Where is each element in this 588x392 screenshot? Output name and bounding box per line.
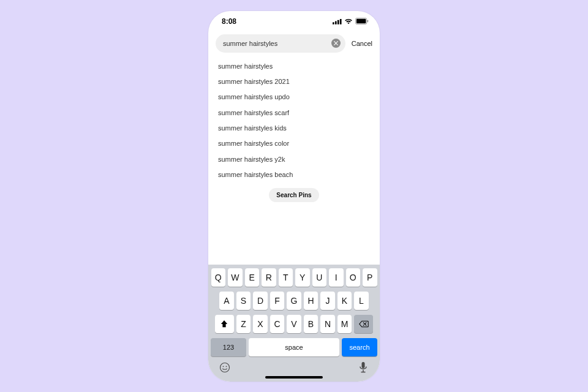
svg-rect-0 xyxy=(333,22,334,24)
backspace-key[interactable] xyxy=(354,315,373,333)
backspace-icon xyxy=(359,320,369,328)
key-j[interactable]: J xyxy=(320,292,335,310)
key-g[interactable]: G xyxy=(287,292,301,310)
suggestion-item[interactable]: summer hairstyles y2k xyxy=(208,152,380,167)
search-pill[interactable]: summer hairstyles xyxy=(216,34,345,53)
shift-key[interactable] xyxy=(215,315,234,333)
key-z[interactable]: Z xyxy=(236,315,251,333)
cancel-button[interactable]: Cancel xyxy=(352,40,372,47)
key-a[interactable]: A xyxy=(219,292,234,310)
close-icon xyxy=(334,41,338,45)
key-w[interactable]: W xyxy=(228,268,243,287)
search-action-key[interactable]: search xyxy=(342,338,377,356)
svg-rect-10 xyxy=(362,362,365,368)
key-m[interactable]: M xyxy=(337,315,352,333)
suggestion-list: summer hairstyles summer hairstyles 2021… xyxy=(208,58,380,202)
svg-point-8 xyxy=(223,366,224,367)
numbers-key[interactable]: 123 xyxy=(211,338,246,356)
svg-rect-6 xyxy=(368,20,368,23)
svg-rect-5 xyxy=(356,19,366,23)
suggestion-item[interactable]: summer hairstyles xyxy=(208,59,380,74)
keyboard-row-bottom: 123 space search xyxy=(210,338,378,356)
keyboard-row-3: Z X C V B N M xyxy=(210,315,378,333)
status-time: 8:08 xyxy=(222,17,236,26)
svg-point-9 xyxy=(226,366,227,367)
dictation-button[interactable] xyxy=(357,361,369,374)
key-k[interactable]: K xyxy=(337,292,352,310)
key-t[interactable]: T xyxy=(279,268,293,287)
svg-rect-2 xyxy=(337,20,339,24)
key-q[interactable]: Q xyxy=(211,268,226,287)
suggestion-item[interactable]: summer hairstyles beach xyxy=(208,167,380,183)
clear-search-button[interactable] xyxy=(331,39,341,48)
key-r[interactable]: R xyxy=(262,268,276,287)
phone-frame: 8:08 summer hairstyles Cancel summer hai… xyxy=(208,11,380,382)
suggestion-item[interactable]: summer hairstyles updo xyxy=(208,89,380,105)
key-f[interactable]: F xyxy=(270,292,285,310)
microphone-icon xyxy=(359,361,368,374)
search-row: summer hairstyles Cancel xyxy=(208,32,380,58)
home-indicator[interactable] xyxy=(265,376,323,379)
emoji-button[interactable] xyxy=(219,361,231,374)
search-input[interactable]: summer hairstyles xyxy=(223,40,328,47)
key-b[interactable]: B xyxy=(304,315,318,333)
key-h[interactable]: H xyxy=(304,292,318,310)
search-pins-wrap: Search Pins xyxy=(208,188,380,202)
search-pins-button[interactable]: Search Pins xyxy=(269,188,318,202)
battery-icon xyxy=(355,18,369,24)
shift-icon xyxy=(220,320,228,328)
key-y[interactable]: Y xyxy=(295,268,310,287)
key-l[interactable]: L xyxy=(354,292,369,310)
key-c[interactable]: C xyxy=(270,315,285,333)
key-v[interactable]: V xyxy=(287,315,301,333)
key-p[interactable]: P xyxy=(363,268,377,287)
cellular-signal-icon xyxy=(333,18,342,24)
space-key[interactable]: space xyxy=(249,338,339,356)
key-x[interactable]: X xyxy=(253,315,268,333)
keyboard: Q W E R T Y U I O P A S D F G H J K L Z xyxy=(208,265,380,382)
keyboard-row-1: Q W E R T Y U I O P xyxy=(210,268,378,287)
key-i[interactable]: I xyxy=(329,268,344,287)
key-e[interactable]: E xyxy=(245,268,260,287)
key-n[interactable]: N xyxy=(320,315,335,333)
key-u[interactable]: U xyxy=(312,268,327,287)
key-d[interactable]: D xyxy=(253,292,268,310)
suggestion-item[interactable]: summer hairstyles 2021 xyxy=(208,74,380,89)
status-bar: 8:08 xyxy=(208,11,380,32)
suggestion-item[interactable]: summer hairstyles kids xyxy=(208,121,380,136)
key-o[interactable]: O xyxy=(346,268,361,287)
svg-rect-3 xyxy=(340,19,342,24)
emoji-icon xyxy=(219,361,231,374)
status-icons xyxy=(333,18,369,24)
wifi-icon xyxy=(344,18,353,24)
svg-rect-1 xyxy=(335,21,337,24)
keyboard-row-2: A S D F G H J K L xyxy=(210,292,378,310)
svg-point-7 xyxy=(221,363,230,372)
suggestion-item[interactable]: summer hairstyles scarf xyxy=(208,105,380,121)
key-s[interactable]: S xyxy=(236,292,251,310)
suggestion-item[interactable]: summer hairstyles color xyxy=(208,136,380,151)
